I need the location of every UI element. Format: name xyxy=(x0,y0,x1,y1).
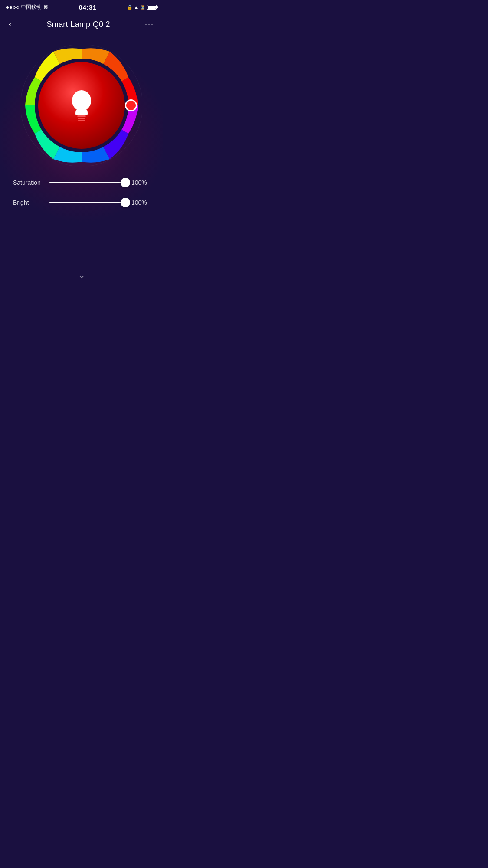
bulb-icon xyxy=(66,88,97,124)
status-bar: 中国移动 ⌘ 04:31 🔒 ▲ ⏳ xyxy=(0,0,163,13)
bright-fill xyxy=(49,202,125,203)
saturation-label: Saturation xyxy=(13,179,43,186)
status-left: 中国移动 ⌘ xyxy=(6,3,48,11)
signal-dot-3 xyxy=(13,6,16,9)
alarm-icon: ⏳ xyxy=(140,5,145,10)
bright-slider[interactable] xyxy=(49,202,125,203)
status-right: 🔒 ▲ ⏳ xyxy=(127,5,157,10)
location-icon: ▲ xyxy=(134,5,138,10)
header: ‹ Smart Lamp Q0 2 ··· xyxy=(0,13,163,36)
more-button[interactable]: ··· xyxy=(141,18,154,31)
signal-dot-1 xyxy=(6,6,9,9)
color-wheel-container[interactable] xyxy=(21,45,142,166)
svg-rect-6 xyxy=(78,120,85,121)
battery-icon xyxy=(147,5,157,10)
carrier-name: 中国移动 xyxy=(21,3,42,11)
back-button[interactable]: ‹ xyxy=(9,17,15,32)
bottom-bar: ⌄ xyxy=(0,269,163,281)
svg-rect-4 xyxy=(77,115,86,117)
signal-dots xyxy=(6,6,19,9)
signal-dot-2 xyxy=(10,6,12,9)
bright-thumb[interactable] xyxy=(121,198,130,207)
saturation-slider[interactable] xyxy=(49,182,125,183)
wifi-icon: ⌘ xyxy=(43,4,48,10)
svg-rect-5 xyxy=(78,118,85,119)
bright-value: 100% xyxy=(131,199,150,206)
saturation-thumb[interactable] xyxy=(121,178,130,187)
color-wheel-section xyxy=(0,36,163,170)
signal-dot-4 xyxy=(16,6,19,9)
lock-icon: 🔒 xyxy=(127,5,132,10)
bright-label: Bright xyxy=(13,199,43,206)
bright-slider-row: Bright 100% xyxy=(13,199,150,206)
saturation-value: 100% xyxy=(131,179,150,186)
color-wheel-thumb[interactable] xyxy=(125,99,137,111)
battery-fill xyxy=(148,6,156,9)
svg-point-3 xyxy=(72,90,91,111)
status-time: 04:31 xyxy=(79,3,97,11)
chevron-down-icon[interactable]: ⌄ xyxy=(78,269,85,281)
page-title: Smart Lamp Q0 2 xyxy=(46,20,110,29)
sliders-section: Saturation 100% Bright 100% xyxy=(0,170,163,223)
saturation-fill xyxy=(49,182,125,183)
saturation-slider-row: Saturation 100% xyxy=(13,179,150,186)
color-center-circle[interactable] xyxy=(38,62,125,149)
